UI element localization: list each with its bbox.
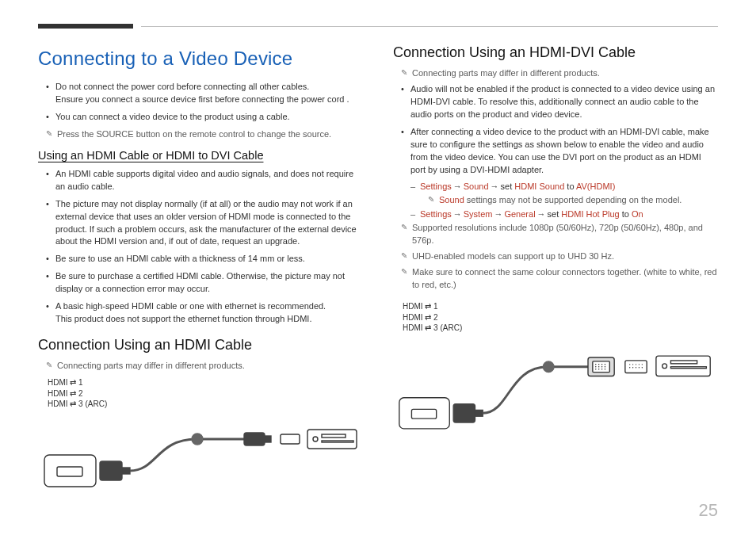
note-text: Press the [57, 129, 97, 139]
hdmi-port-labels: HDMI ⇄ 1 HDMI ⇄ 2 HDMI ⇄ 3 (ARC) [403, 301, 718, 334]
settings-option: HDMI Sound [514, 182, 564, 191]
sub-heading-hdmi-or-dvi: Using an HDMI Cable or HDMI to DVI Cable [38, 149, 363, 162]
svg-point-23 [595, 366, 597, 368]
parts-differ-note: Connecting parts may differ in different… [46, 360, 363, 373]
settings-menu: System [464, 209, 493, 219]
svg-point-21 [601, 364, 603, 365]
svg-rect-1 [57, 467, 82, 476]
svg-point-38 [632, 367, 633, 368]
svg-rect-15 [475, 410, 483, 416]
parts-differ-note: Connecting parts may differ in different… [401, 67, 718, 80]
hdmi-port-labels: HDMI ⇄ 1 HDMI ⇄ 2 HDMI ⇄ 3 (ARC) [48, 377, 363, 410]
svg-point-29 [601, 369, 603, 370]
svg-rect-6 [265, 436, 271, 442]
svg-point-4 [192, 434, 203, 445]
svg-point-16 [543, 361, 554, 373]
settings-text: set [501, 182, 513, 191]
svg-rect-44 [670, 361, 697, 364]
svg-point-40 [639, 367, 640, 368]
svg-point-37 [629, 367, 630, 368]
sub-heading-hdmi-cable: Connection Using an HDMI Cable [38, 337, 363, 353]
svg-rect-11 [322, 441, 353, 442]
svg-rect-45 [670, 366, 706, 368]
port-label-row: HDMI ⇄ 2 [48, 388, 363, 399]
colour-connector-note: Make sure to connect the same colour con… [401, 266, 718, 292]
svg-point-22 [605, 364, 606, 365]
hdmi-connection-diagram [38, 411, 363, 499]
uhd-note: UHD-enabled models can support up to UHD… [401, 250, 718, 263]
hdmi-dvi-connection-diagram [393, 335, 718, 446]
svg-rect-13 [411, 409, 436, 418]
source-button-label: SOURCE [97, 129, 134, 139]
settings-text: to [622, 209, 629, 219]
arrow-icon: → [453, 182, 462, 191]
page-number: 25 [699, 500, 718, 521]
svg-rect-42 [656, 356, 710, 376]
svg-point-32 [629, 364, 630, 365]
svg-rect-7 [281, 434, 300, 444]
resolution-note: Supported resolutions include 1080p (50/… [401, 222, 718, 247]
svg-point-9 [313, 437, 318, 441]
svg-rect-12 [399, 397, 449, 428]
arrow-icon: → [537, 209, 546, 219]
svg-rect-5 [244, 433, 265, 445]
svg-rect-31 [625, 361, 647, 373]
svg-point-30 [605, 369, 606, 370]
arrow-icon: → [491, 182, 499, 191]
right-column: Connection Using an HDMI-DVI Cable Conne… [393, 41, 718, 502]
header-rule-thin [141, 26, 718, 27]
svg-point-41 [642, 367, 643, 368]
hdmi-dvi-connection-list: Audio will not be enabled if the product… [393, 83, 718, 177]
settings-option: HDMI Hot Plug [561, 209, 619, 219]
svg-rect-0 [44, 455, 96, 487]
svg-point-35 [639, 364, 640, 365]
svg-point-43 [662, 363, 667, 368]
page-title: Connecting to a Video Device [38, 48, 363, 70]
list-item: Be sure to use an HDMI cable with a thic… [46, 253, 363, 266]
settings-text: to [567, 182, 574, 191]
svg-point-28 [598, 369, 600, 370]
note-text: button on the remote control to change t… [134, 129, 332, 139]
svg-point-34 [636, 364, 636, 365]
header-rule-thick [38, 24, 133, 29]
svg-point-36 [642, 364, 643, 365]
list-item: A basic high-speed HDMI cable or one wit… [46, 300, 363, 326]
port-label-row: HDMI ⇄ 1 [403, 301, 718, 312]
list-item: After connecting a video device to the p… [401, 126, 718, 177]
list-item: The picture may not display normally (if… [46, 198, 363, 249]
hdmi-dvi-bullet-list: An HDMI cable supports digital video and… [38, 168, 363, 326]
list-item: An HDMI cable supports digital video and… [46, 168, 363, 193]
svg-point-27 [595, 369, 597, 370]
settings-path-system: Settings→System→General→set HDMI Hot Plu… [393, 209, 718, 219]
settings-text: set [548, 209, 559, 219]
list-item: Audio will not be enabled if the product… [401, 83, 718, 121]
port-label-row: HDMI ⇄ 1 [48, 377, 363, 388]
left-column: Connecting to a Video Device Do not conn… [38, 41, 363, 502]
intro-bullet-list: Do not connect the power cord before con… [38, 81, 363, 124]
svg-point-33 [632, 364, 633, 365]
settings-menu: Settings [420, 209, 452, 219]
svg-point-25 [601, 366, 603, 368]
svg-rect-10 [322, 434, 346, 438]
settings-value: On [632, 209, 643, 219]
sound-settings-subnote: Sound settings may not be supported depe… [428, 194, 718, 207]
svg-point-24 [598, 366, 600, 368]
arrow-icon: → [494, 209, 502, 219]
intro-bullet: Do not connect the power cord before con… [46, 81, 363, 106]
settings-value: AV(HDMI) [576, 182, 615, 191]
settings-menu: Settings [420, 182, 452, 191]
intro-bullet: You can connect a video device to the pr… [46, 111, 363, 124]
port-label-row: HDMI ⇄ 3 (ARC) [48, 399, 363, 410]
svg-point-39 [636, 367, 636, 368]
settings-menu: General [504, 209, 535, 219]
svg-point-20 [598, 364, 600, 365]
svg-rect-3 [122, 468, 130, 474]
svg-rect-8 [307, 430, 357, 449]
svg-point-26 [605, 366, 606, 368]
port-label-row: HDMI ⇄ 2 [403, 312, 718, 323]
settings-menu: Sound [439, 195, 464, 204]
svg-point-19 [595, 364, 597, 365]
source-note: Press the SOURCE button on the remote co… [46, 128, 363, 141]
svg-rect-14 [453, 403, 475, 422]
port-label-row: HDMI ⇄ 3 (ARC) [403, 323, 718, 334]
